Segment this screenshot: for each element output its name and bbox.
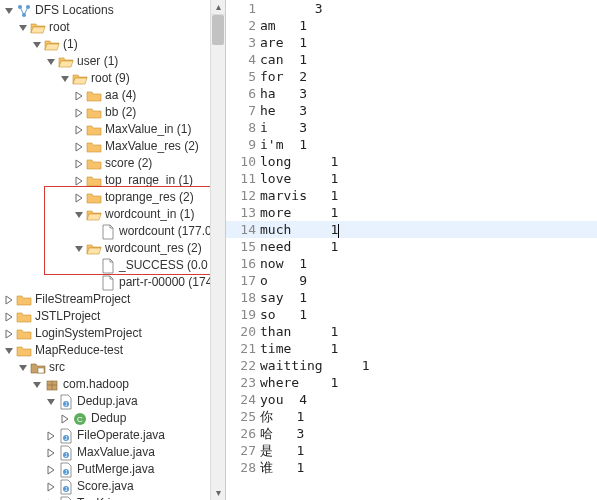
twisty-icon[interactable] xyxy=(2,310,16,324)
editor-line[interactable]: 21time 1 xyxy=(226,340,597,357)
twisty-icon[interactable] xyxy=(44,429,58,443)
editor-line[interactable]: 10long 1 xyxy=(226,153,597,170)
folder-root[interactable]: root xyxy=(2,19,225,36)
twisty-icon[interactable] xyxy=(58,72,72,86)
editor-line[interactable]: 4can 1 xyxy=(226,51,597,68)
scroll-thumb[interactable] xyxy=(212,15,224,45)
line-number: 8 xyxy=(226,119,260,136)
editor-line[interactable]: 23where 1 xyxy=(226,374,597,391)
folder-wordcount-in[interactable]: wordcount_in (1) xyxy=(2,206,225,223)
tree-label: FileOperate.java xyxy=(77,427,169,444)
folder-toprange-res[interactable]: toprange_res (2) xyxy=(2,189,225,206)
twisty-icon[interactable] xyxy=(72,123,86,137)
folder-aa[interactable]: aa (4) xyxy=(2,87,225,104)
src-folder[interactable]: src xyxy=(2,359,225,376)
editor-line[interactable]: 28谁 1 xyxy=(226,459,597,476)
twisty-icon[interactable] xyxy=(16,361,30,375)
line-number: 27 xyxy=(226,442,260,459)
editor-line[interactable]: 1 3 xyxy=(226,0,597,17)
twisty-icon[interactable] xyxy=(72,89,86,103)
editor-line[interactable]: 2am 1 xyxy=(226,17,597,34)
folder-wordcount-res[interactable]: wordcount_res (2) xyxy=(2,240,225,257)
folder-root9[interactable]: root (9) xyxy=(2,70,225,87)
twisty-icon[interactable] xyxy=(2,4,16,18)
project-login[interactable]: LoginSystemProject xyxy=(2,325,225,342)
editor-line[interactable]: 19so 1 xyxy=(226,306,597,323)
twisty-icon[interactable] xyxy=(16,21,30,35)
java-maxvalue[interactable]: JMaxValue.java xyxy=(2,444,225,461)
twisty-icon[interactable] xyxy=(72,106,86,120)
twisty-icon[interactable] xyxy=(2,327,16,341)
folder-(1)[interactable]: (1) xyxy=(2,36,225,53)
twisty-icon[interactable] xyxy=(72,208,86,222)
editor-line[interactable]: 24you 4 xyxy=(226,391,597,408)
folder-maxvalue-in[interactable]: MaxValue_in (1) xyxy=(2,121,225,138)
editor-line[interactable]: 9i'm 1 xyxy=(226,136,597,153)
twisty-icon[interactable] xyxy=(72,157,86,171)
editor-line[interactable]: 13more 1 xyxy=(226,204,597,221)
twisty-icon[interactable] xyxy=(44,395,58,409)
twisty-icon[interactable] xyxy=(72,191,86,205)
folder-user[interactable]: user (1) xyxy=(2,53,225,70)
folder-score[interactable]: score (2) xyxy=(2,155,225,172)
file-wordcount[interactable]: wordcount (177.0 b, r2) xyxy=(2,223,225,240)
twisty-icon[interactable] xyxy=(72,140,86,154)
folder-toprange-in[interactable]: top_range_in (1) xyxy=(2,172,225,189)
project-filestream[interactable]: FileStreamProject xyxy=(2,291,225,308)
java-icon: J xyxy=(58,479,74,495)
editor-line[interactable]: 7he 3 xyxy=(226,102,597,119)
dfs-locations[interactable]: DFS Locations xyxy=(2,2,225,19)
twisty-icon[interactable] xyxy=(72,174,86,188)
tree-view[interactable]: DFS Locationsroot(1)user (1)root (9)aa (… xyxy=(0,0,225,500)
java-fileoperate[interactable]: JFileOperate.java xyxy=(2,427,225,444)
twisty-icon xyxy=(86,276,100,290)
tree-scrollbar[interactable]: ▴ ▾ xyxy=(210,0,225,500)
editor-line[interactable]: 22waitting 1 xyxy=(226,357,597,374)
text-editor[interactable]: 1 32am 13are 14can 15for 26ha 37he 38i 3… xyxy=(226,0,597,500)
editor-line[interactable]: 18say 1 xyxy=(226,289,597,306)
twisty-icon[interactable] xyxy=(30,38,44,52)
class-dedup[interactable]: CDedup xyxy=(2,410,225,427)
java-topk[interactable]: JTopK.java xyxy=(2,495,225,500)
scroll-down-arrow[interactable]: ▾ xyxy=(211,486,225,500)
twisty-icon[interactable] xyxy=(2,293,16,307)
file-part-r-00000[interactable]: part-r-00000 (174.0 b, r2) xyxy=(2,274,225,291)
java-putmerge[interactable]: JPutMerge.java xyxy=(2,461,225,478)
folder-bb[interactable]: bb (2) xyxy=(2,104,225,121)
project-jstl[interactable]: JSTLProject xyxy=(2,308,225,325)
editor-line[interactable]: 25你 1 xyxy=(226,408,597,425)
editor-line[interactable]: 27是 1 xyxy=(226,442,597,459)
twisty-icon[interactable] xyxy=(58,412,72,426)
twisty-icon[interactable] xyxy=(44,55,58,69)
editor-line[interactable]: 6ha 3 xyxy=(226,85,597,102)
file-success[interactable]: _SUCCESS (0.0 b, r2) xyxy=(2,257,225,274)
twisty-icon[interactable] xyxy=(72,242,86,256)
editor-line[interactable]: 17o 9 xyxy=(226,272,597,289)
twisty-icon[interactable] xyxy=(30,378,44,392)
package-comhadoop[interactable]: com.hadoop xyxy=(2,376,225,393)
twisty-icon[interactable] xyxy=(44,463,58,477)
line-content: more 1 xyxy=(260,204,338,221)
editor-line[interactable]: 12marvis 1 xyxy=(226,187,597,204)
editor-line[interactable]: 8i 3 xyxy=(226,119,597,136)
editor-line[interactable]: 14much 1 xyxy=(226,221,597,238)
java-score[interactable]: JScore.java xyxy=(2,478,225,495)
editor-line[interactable]: 20than 1 xyxy=(226,323,597,340)
editor-line[interactable]: 15need 1 xyxy=(226,238,597,255)
scroll-up-arrow[interactable]: ▴ xyxy=(211,0,225,15)
editor-line[interactable]: 16now 1 xyxy=(226,255,597,272)
tree-label: MaxValue_in (1) xyxy=(105,121,195,138)
editor-line[interactable]: 26哈 3 xyxy=(226,425,597,442)
twisty-icon[interactable] xyxy=(2,344,16,358)
editor-line[interactable]: 11love 1 xyxy=(226,170,597,187)
twisty-icon[interactable] xyxy=(44,497,58,501)
tree-label: score (2) xyxy=(105,155,156,172)
editor-line[interactable]: 5for 2 xyxy=(226,68,597,85)
twisty-icon[interactable] xyxy=(44,480,58,494)
project-mapreduce[interactable]: MapReduce-test xyxy=(2,342,225,359)
java-dedup[interactable]: JDedup.java xyxy=(2,393,225,410)
editor-line[interactable]: 3are 1 xyxy=(226,34,597,51)
src-icon xyxy=(30,360,46,376)
folder-maxvalue-res[interactable]: MaxValue_res (2) xyxy=(2,138,225,155)
twisty-icon[interactable] xyxy=(44,446,58,460)
